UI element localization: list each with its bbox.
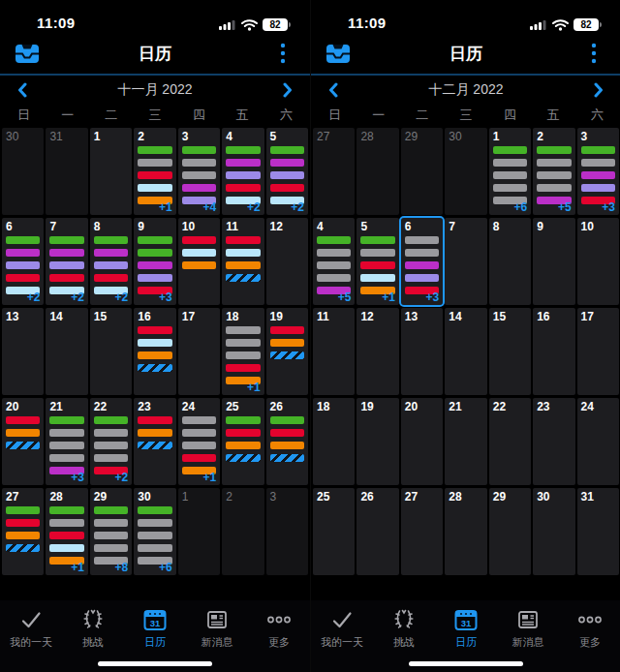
day-cell[interactable]: 8: [489, 218, 531, 305]
activity-bar-lightblue: [182, 249, 216, 257]
day-cell[interactable]: 23: [134, 398, 175, 485]
day-cell[interactable]: 17: [577, 308, 619, 395]
month-label: 十二月 2022: [311, 81, 620, 99]
tab-my-day[interactable]: 我的一天: [1, 607, 61, 650]
day-cell[interactable]: 9+3: [134, 218, 175, 305]
tab-my-day[interactable]: 我的一天: [312, 607, 372, 650]
day-cell[interactable]: 25: [222, 398, 264, 485]
day-cell[interactable]: 30: [533, 488, 574, 575]
day-number: 3: [266, 488, 308, 506]
overflow-menu-icon[interactable]: [580, 40, 607, 67]
device-inbox-icon[interactable]: [14, 40, 41, 67]
day-cell[interactable]: 7: [445, 218, 486, 305]
day-cell[interactable]: 4+5: [313, 218, 355, 305]
day-cell[interactable]: 10: [577, 218, 619, 305]
day-cell[interactable]: 29: [401, 128, 443, 215]
day-cell[interactable]: 27: [401, 488, 443, 575]
day-cell[interactable]: 15: [489, 308, 531, 395]
day-cell[interactable]: 12: [266, 218, 308, 305]
day-cell[interactable]: 16: [134, 308, 175, 395]
day-cell[interactable]: 28+1: [46, 488, 87, 575]
day-cell[interactable]: 20: [2, 398, 44, 485]
tab-challenges[interactable]: 挑战: [374, 607, 434, 650]
next-month-button[interactable]: [277, 79, 298, 101]
day-cell[interactable]: 18: [313, 398, 355, 485]
day-cell[interactable]: 30+6: [134, 488, 175, 575]
day-cell[interactable]: 31: [46, 128, 87, 215]
day-cell[interactable]: 19: [356, 398, 398, 485]
day-cell[interactable]: 12: [356, 308, 398, 395]
day-cell[interactable]: 1: [90, 128, 132, 215]
day-cell[interactable]: 30: [445, 128, 486, 215]
tab-challenges[interactable]: 挑战: [63, 607, 123, 650]
day-cell[interactable]: 13: [401, 308, 443, 395]
day-cell[interactable]: 21: [445, 398, 486, 485]
day-cell[interactable]: 11: [222, 218, 264, 305]
prev-month-button[interactable]: [12, 79, 33, 101]
day-cell[interactable]: 14: [46, 308, 87, 395]
day-cell[interactable]: 4+2: [222, 128, 264, 215]
day-cell[interactable]: 24: [577, 398, 619, 485]
day-cell[interactable]: 23: [533, 398, 574, 485]
ellipsis-icon: [577, 607, 603, 632]
day-cell[interactable]: 9: [533, 218, 574, 305]
day-cell[interactable]: 2+1: [134, 128, 175, 215]
day-cell[interactable]: 1+6: [489, 128, 531, 215]
tab-calendar[interactable]: 31 日历: [436, 607, 496, 650]
day-cell[interactable]: 16: [533, 308, 574, 395]
day-cell[interactable]: 28: [445, 488, 486, 575]
day-cell[interactable]: 26: [266, 398, 308, 485]
day-cell[interactable]: 29: [489, 488, 531, 575]
activity-bar-green: [182, 146, 216, 154]
day-cell[interactable]: 31: [577, 488, 619, 575]
day-cell[interactable]: 1: [178, 488, 220, 575]
day-cell[interactable]: 11: [313, 308, 355, 395]
device-inbox-icon[interactable]: [325, 40, 352, 67]
home-indicator[interactable]: [409, 661, 523, 666]
tab-news[interactable]: 新消息: [187, 607, 247, 650]
day-cell[interactable]: 18+1: [222, 308, 264, 395]
tab-calendar[interactable]: 31 日历: [125, 607, 185, 650]
day-cell[interactable]: 6+2: [2, 218, 44, 305]
day-cell-selected[interactable]: 6+3: [401, 218, 443, 305]
day-cell[interactable]: 20: [401, 398, 443, 485]
activity-bar-red: [49, 532, 83, 539]
day-cell[interactable]: 27: [313, 128, 355, 215]
day-cell[interactable]: 15: [90, 308, 132, 395]
day-cell[interactable]: 17: [178, 308, 220, 395]
day-cell[interactable]: 22: [489, 398, 531, 485]
day-cell[interactable]: 8+2: [90, 218, 132, 305]
day-cell[interactable]: 30: [2, 128, 44, 215]
prev-month-button[interactable]: [323, 79, 344, 101]
day-cell[interactable]: 2: [222, 488, 264, 575]
home-indicator[interactable]: [98, 661, 212, 666]
overflow-menu-icon[interactable]: [269, 40, 296, 67]
day-cell[interactable]: 29+8: [90, 488, 132, 575]
day-cell[interactable]: 5+1: [356, 218, 398, 305]
day-cell[interactable]: 25: [313, 488, 355, 575]
day-number: 1: [178, 488, 220, 506]
day-cell[interactable]: 22+2: [90, 398, 132, 485]
day-cell[interactable]: 7+2: [46, 218, 87, 305]
day-cell[interactable]: 3+3: [577, 128, 619, 215]
next-month-button[interactable]: [588, 79, 609, 101]
day-cell[interactable]: 2+5: [533, 128, 574, 215]
day-cell[interactable]: 27: [2, 488, 44, 575]
day-cell[interactable]: 5+2: [266, 128, 308, 215]
tab-news[interactable]: 新消息: [498, 607, 558, 650]
day-cell[interactable]: 13: [2, 308, 44, 395]
activity-bar-green: [49, 236, 83, 244]
tab-more[interactable]: 更多: [560, 607, 620, 650]
day-cell[interactable]: 3: [266, 488, 308, 575]
activity-bar-gray: [138, 159, 171, 167]
day-cell[interactable]: 24+1: [178, 398, 220, 485]
day-cell[interactable]: 19: [266, 308, 308, 395]
day-cell[interactable]: 28: [356, 128, 398, 215]
tab-more[interactable]: 更多: [249, 607, 309, 650]
day-cell[interactable]: 26: [356, 488, 398, 575]
day-cell[interactable]: 21+3: [46, 398, 87, 485]
activity-bar-red: [6, 274, 40, 282]
day-cell[interactable]: 3+4: [178, 128, 220, 215]
day-cell[interactable]: 10: [178, 218, 220, 305]
day-cell[interactable]: 14: [445, 308, 486, 395]
